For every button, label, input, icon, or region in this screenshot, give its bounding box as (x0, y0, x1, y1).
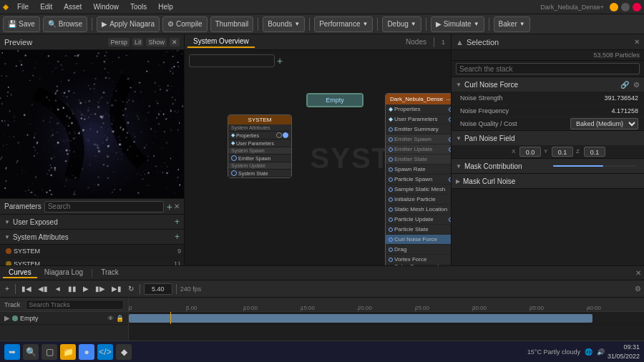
apply-button[interactable]: ▶ Apply Niagara (97, 16, 160, 32)
close-preview-btn[interactable]: ✕ (170, 38, 180, 47)
tl-settings-icon[interactable]: ⚙ (635, 285, 641, 293)
emitter-properties[interactable]: ◆ Properties (228, 132, 291, 140)
stack-search-input[interactable] (456, 63, 640, 74)
debug-button[interactable]: Debug ▼ (382, 16, 421, 32)
toggle-2[interactable] (283, 132, 288, 138)
show-button[interactable]: Show (146, 38, 167, 47)
nebula-row-14[interactable]: Drag (386, 245, 451, 255)
bounds-button[interactable]: Bounds ▼ (263, 16, 305, 32)
baker-button[interactable]: Baker ▼ (494, 16, 530, 32)
taskbar-unreal[interactable]: ◆ (116, 344, 132, 360)
mask-contribution-bar[interactable] (553, 165, 637, 167)
menu-window[interactable]: Window (90, 3, 122, 11)
params-add-button[interactable]: + (167, 201, 172, 212)
mask-contribution-header[interactable]: ▼ Mask Contribution (452, 159, 644, 173)
menu-tools[interactable]: Tools (127, 3, 150, 11)
tl-go-start[interactable]: ▮◀ (19, 284, 34, 293)
emitter-item[interactable]: SYSTEM 9 (0, 245, 184, 258)
state-toggle[interactable] (231, 170, 237, 176)
nebula-row-1[interactable]: ◆User Parameters (386, 114, 451, 124)
params-close-btn[interactable]: ✕ (174, 202, 180, 210)
mask-curl-header[interactable]: ▶ Mask Curl Noise (452, 174, 644, 188)
tab-niagara-log[interactable]: Niagara Log (39, 268, 89, 278)
system-attrs-header[interactable]: ▼ System Attributes + (0, 230, 184, 244)
taskbar-explorer[interactable]: 📁 (60, 344, 76, 360)
tl-go-end[interactable]: ▶▮ (109, 284, 124, 293)
nebula-row-7[interactable]: Particle Spawn (386, 175, 451, 185)
nebula-row-0[interactable]: ◆Properties (386, 104, 451, 114)
curl-noise-header[interactable]: ▼ Curl Noise Force 🔗 ⚙ (452, 77, 644, 92)
nebula-row-5[interactable]: Emitter State (386, 155, 451, 165)
menu-help[interactable]: Help (155, 3, 176, 11)
taskbar-start[interactable]: ➥ (4, 344, 20, 360)
timeline-close-btn[interactable]: ✕ (635, 269, 641, 277)
taskbar-chrome[interactable]: ● (79, 344, 94, 360)
spawn-toggle[interactable] (231, 155, 237, 161)
x-value[interactable]: 0.0 (519, 147, 541, 157)
tab-system-overview[interactable]: System Overview (187, 36, 255, 48)
taskbar-vscode[interactable]: </> (97, 344, 113, 360)
emitter-item[interactable]: SYSTEM 11 (0, 258, 184, 265)
taskbar-task-view[interactable]: ▢ (42, 344, 57, 360)
taskbar-search[interactable]: 🔍 (23, 344, 39, 360)
curl-noise-link-icon[interactable]: 🔗 (620, 81, 629, 89)
user-exposed-add[interactable]: + (175, 217, 180, 227)
graph-add-button[interactable]: + (277, 55, 283, 67)
noise-frequency-value[interactable]: 4.171258 (595, 107, 638, 114)
nebula-row-6[interactable]: Spawn Rate (386, 165, 451, 175)
nebula-row-4[interactable]: Emitter Update (386, 145, 451, 155)
tl-step-fwd[interactable]: ▮▶ (93, 284, 107, 293)
nebula-node[interactable]: Dark_Nebula_Dense Stage ◆Properties ◆Use… (385, 93, 451, 265)
track-lock-icon[interactable]: 🔒 (116, 315, 124, 322)
thumbnail-button[interactable]: Thumbnail (210, 16, 254, 32)
pan-noise-header[interactable]: ▼ Pan Noise Field (452, 131, 644, 145)
current-time-input[interactable] (144, 283, 172, 295)
timeline-playhead[interactable] (170, 312, 171, 324)
nebula-row-2[interactable]: Emitter Summary (386, 124, 451, 134)
system-attrs-add[interactable]: + (175, 232, 180, 242)
emitter-state-item[interactable]: System State (228, 170, 291, 177)
z-value[interactable]: 0.1 (584, 147, 605, 157)
browse-button[interactable]: 🔍 Browse (43, 16, 87, 32)
node-graph[interactable]: SYSTEM + Empty Dark_Nebula_Dense (185, 50, 451, 265)
tl-loop[interactable]: ↻ (126, 284, 136, 293)
nebula-row-16[interactable]: Solve Forces and Velocity (386, 265, 451, 265)
tl-stop[interactable]: ▮▮ (66, 284, 79, 293)
noise-strength-value[interactable]: 391.736542 (595, 94, 638, 102)
menu-file[interactable]: File (14, 3, 31, 11)
close-btn[interactable] (633, 3, 641, 11)
save-button[interactable]: 💾 Save (3, 16, 40, 32)
track-search[interactable] (26, 300, 124, 310)
nebula-row-12[interactable]: Particle State (386, 225, 451, 235)
track-eye-icon[interactable]: 👁 (107, 315, 114, 322)
timeline-track[interactable] (129, 312, 644, 325)
compile-button[interactable]: ⚙ Compile (162, 16, 208, 32)
nebula-row-11[interactable]: Particle Update (386, 215, 451, 225)
nebula-row-13[interactable]: Curl Noise Force (386, 235, 451, 245)
user-exposed-header[interactable]: ▼ User Exposed + (0, 215, 184, 229)
minimize-btn[interactable] (610, 3, 618, 11)
menu-edit[interactable]: Edit (37, 3, 55, 11)
system-emitter-node[interactable]: SYSTEM System Attributes ◆ Properties ◆ … (228, 114, 292, 178)
nebula-row-10[interactable]: Static Mesh Location (386, 205, 451, 215)
maximize-btn[interactable] (621, 3, 630, 11)
nebula-row-8[interactable]: Sample Static Mesh (386, 185, 451, 195)
performance-button[interactable]: Performance ▼ (314, 16, 373, 32)
emitter-user-params[interactable]: ◆ User Parameters (228, 140, 291, 147)
simulate-button[interactable]: ▶ Simulate ▼ (431, 16, 484, 32)
curl-noise-gear-icon[interactable]: ⚙ (633, 81, 640, 89)
graph-search-input[interactable] (189, 54, 275, 67)
selection-close-btn[interactable]: ✕ (634, 38, 640, 46)
tab-curves[interactable]: Curves (3, 268, 37, 278)
lit-button[interactable]: Lit (132, 38, 144, 47)
taskbar-time[interactable]: 09:31 31/05/2022 (608, 343, 640, 361)
persp-button[interactable]: Persp (108, 38, 130, 47)
toggle-1[interactable] (276, 132, 282, 138)
nebula-row-9[interactable]: Initialize Particle (386, 195, 451, 205)
timeline-bar-empty[interactable] (129, 314, 592, 323)
noise-quality-select[interactable]: Baked (Medium) Low High (570, 118, 638, 129)
emitter-spawn-item[interactable]: Emitter Spawn (228, 155, 291, 162)
tl-play[interactable]: ▶ (81, 284, 91, 293)
track-row-empty[interactable]: ▶ Empty 👁 🔒 (0, 312, 128, 325)
tab-track[interactable]: Track (95, 268, 125, 278)
